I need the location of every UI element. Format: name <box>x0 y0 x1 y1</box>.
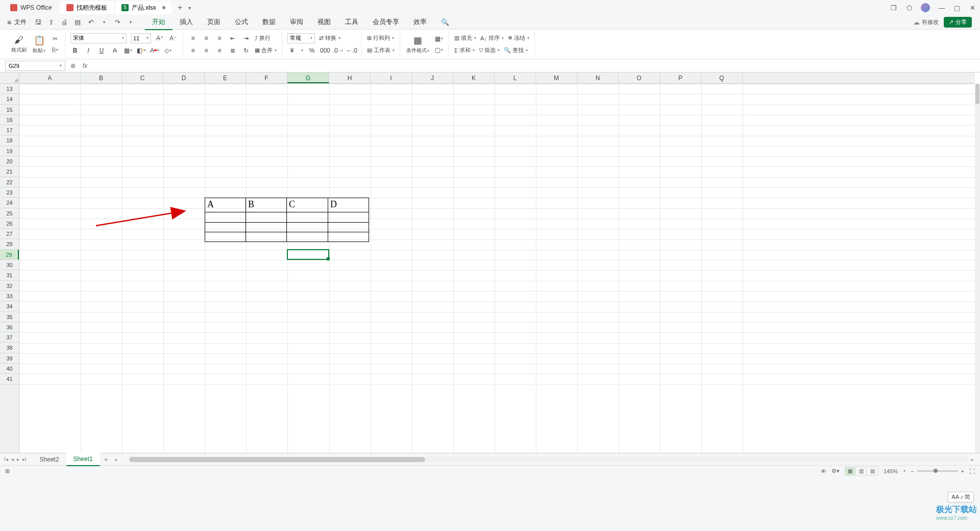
copy-button[interactable]: ⎘▾ <box>51 45 60 55</box>
minimize-button[interactable]: — <box>938 4 945 11</box>
tab-list-dropdown[interactable]: ▾ <box>186 5 193 11</box>
hscroll-right[interactable]: ▸ <box>969 457 976 462</box>
row-header-24[interactable]: 24 <box>0 198 19 208</box>
menu-tab-页面[interactable]: 页面 <box>200 15 228 30</box>
font-color-button[interactable]: A▾ <box>150 46 159 55</box>
table-cell[interactable] <box>328 212 369 222</box>
row-header-25[interactable]: 25 <box>0 208 19 219</box>
paste-button[interactable]: 📋 粘贴▾ <box>32 35 46 54</box>
zoom-slider-thumb[interactable] <box>934 469 938 473</box>
sheet-nav-prev[interactable]: ◂ <box>11 456 14 462</box>
sheet-nav-next[interactable]: ▸ <box>17 456 19 462</box>
table-header-A[interactable]: A <box>205 198 246 212</box>
view-break-button[interactable]: ▤ <box>868 467 878 475</box>
cell-style-button[interactable]: ▢▾ <box>434 45 444 55</box>
horizontal-scrollbar[interactable] <box>129 457 969 462</box>
file-menu[interactable]: ≡ 文件 <box>4 18 30 27</box>
add-sheet-button[interactable]: + <box>100 455 112 464</box>
zoom-in-button[interactable]: + <box>961 468 964 474</box>
row-header-28[interactable]: 28 <box>0 239 19 249</box>
menu-tab-数据[interactable]: 数据 <box>255 15 283 30</box>
row-header-16[interactable]: 16 <box>0 115 19 125</box>
table-cell[interactable] <box>287 222 328 232</box>
percent-button[interactable]: % <box>307 46 316 55</box>
comma-button[interactable]: 000 <box>321 46 330 55</box>
column-header-I[interactable]: I <box>371 73 412 83</box>
grid-area[interactable]: ABCDEFGHIJKLMNOPQ 1314151617181920212223… <box>0 73 980 453</box>
decrease-decimal-button[interactable]: ←.0 <box>347 46 356 55</box>
table-cell[interactable] <box>287 232 328 242</box>
row-header-34[interactable]: 34 <box>0 301 19 311</box>
search-icon[interactable]: 🔍 <box>441 18 449 27</box>
changes-indicator[interactable]: ☁ 有修改 <box>913 18 939 26</box>
cube-icon[interactable]: ⬠ <box>905 4 913 11</box>
table-cell[interactable] <box>205 212 246 222</box>
column-header-Q[interactable]: Q <box>701 73 743 83</box>
new-tab-button[interactable]: + <box>174 3 186 12</box>
menu-tab-会员专享[interactable]: 会员专享 <box>365 15 406 30</box>
print-preview-icon[interactable]: ▤ <box>74 18 82 27</box>
align-center-button[interactable]: ≡ <box>202 46 211 55</box>
save-icon[interactable]: 🖫 <box>34 18 42 27</box>
align-top-button[interactable]: ≡ <box>188 34 198 43</box>
tab-file[interactable]: S 产品.xlsx <box>115 1 172 14</box>
column-header-N[interactable]: N <box>577 73 619 83</box>
row-header-19[interactable]: 19 <box>0 146 19 156</box>
convert-button[interactable]: ⇄转换▾ <box>319 34 340 42</box>
zoom-value[interactable]: 145% <box>884 468 898 474</box>
row-header-21[interactable]: 21 <box>0 166 19 177</box>
sheet-tab-Sheet1[interactable]: Sheet1 <box>66 453 100 466</box>
row-header-37[interactable]: 37 <box>0 332 19 343</box>
sum-button[interactable]: Σ求和▾ <box>454 46 475 54</box>
font-size-select[interactable]: 11▾ <box>131 33 151 43</box>
filter-button[interactable]: ▽筛选▾ <box>479 46 500 54</box>
sort-button[interactable]: A↓排序▾ <box>480 34 504 42</box>
wrap-text-button[interactable]: ⤴换行 <box>255 34 271 42</box>
column-header-L[interactable]: L <box>495 73 536 83</box>
number-format-select[interactable]: 常规▾ <box>287 33 315 43</box>
tab-template[interactable]: 找稻壳模板 <box>60 1 113 14</box>
row-header-14[interactable]: 14 <box>0 94 19 104</box>
row-header-33[interactable]: 33 <box>0 291 19 301</box>
row-header-38[interactable]: 38 <box>0 343 19 353</box>
sheet-nav-last[interactable]: ▸I <box>22 456 27 462</box>
align-right-button[interactable]: ≡ <box>215 46 224 55</box>
row-header-22[interactable]: 22 <box>0 177 19 187</box>
menu-tab-效率[interactable]: 效率 <box>406 15 434 30</box>
sheet-tab-Sheet2[interactable]: Sheet2 <box>33 453 66 466</box>
strikethrough-button[interactable]: A <box>110 46 119 55</box>
orientation-button[interactable]: ↻ <box>241 46 251 55</box>
view-normal-button[interactable]: ▦ <box>845 467 855 475</box>
row-header-30[interactable]: 30 <box>0 260 19 270</box>
fx-label[interactable]: fx <box>83 62 87 69</box>
row-header-39[interactable]: 39 <box>0 353 19 364</box>
menu-tab-审阅[interactable]: 审阅 <box>283 15 310 30</box>
column-header-G[interactable]: G <box>287 73 329 83</box>
decrease-font-button[interactable]: A⁻ <box>168 34 178 43</box>
print-icon[interactable]: 🖨 <box>60 18 68 27</box>
format-painter-button[interactable]: 🖌 格式刷 <box>10 35 28 54</box>
row-header-31[interactable]: 31 <box>0 270 19 280</box>
rowcol-button[interactable]: ⊞行和列▾ <box>367 34 394 42</box>
merge-button[interactable]: ▦合并▾ <box>255 46 277 54</box>
aa-simplified-badge[interactable]: AA ♪ 简 <box>948 492 974 502</box>
table-cell[interactable] <box>205 222 246 232</box>
font-name-select[interactable]: 宋体▾ <box>70 33 127 43</box>
row-header-20[interactable]: 20 <box>0 156 19 166</box>
row-header-29[interactable]: 29 <box>0 250 19 260</box>
vertical-scroll-thumb[interactable] <box>975 84 979 104</box>
bold-button[interactable]: B <box>70 46 80 55</box>
align-middle-button[interactable]: ≡ <box>202 34 211 43</box>
increase-indent-button[interactable]: ⇥ <box>241 34 251 43</box>
row-header-41[interactable]: 41 <box>0 374 19 384</box>
menu-tab-插入[interactable]: 插入 <box>173 15 200 30</box>
menu-tab-公式[interactable]: 公式 <box>228 15 255 30</box>
settings-gear-icon[interactable]: ⚙▾ <box>831 468 840 474</box>
table-cell[interactable] <box>246 212 287 222</box>
cut-button[interactable]: ✂ <box>51 34 60 43</box>
italic-button[interactable]: I <box>84 46 93 55</box>
border-button[interactable]: ▦▾ <box>124 46 133 55</box>
column-header-O[interactable]: O <box>619 73 660 83</box>
column-header-D[interactable]: D <box>163 73 205 83</box>
clear-format-button[interactable]: ◇▾ <box>163 46 173 55</box>
